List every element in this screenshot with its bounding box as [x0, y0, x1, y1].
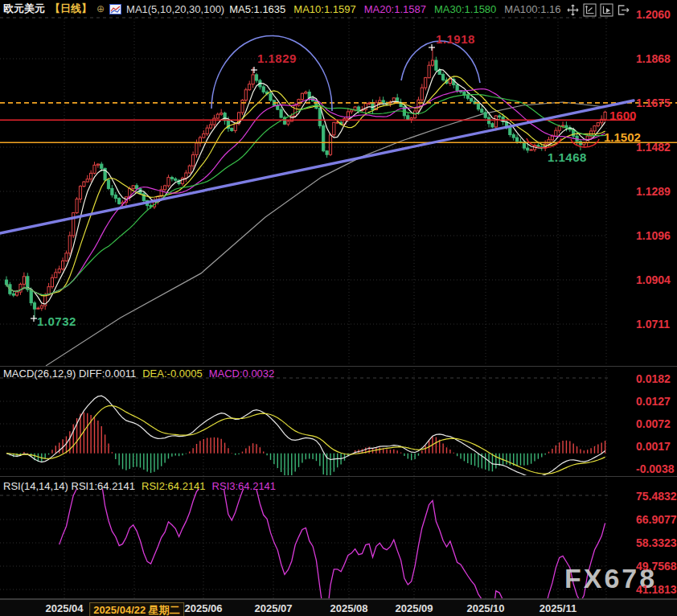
- axis-tick-label: 1.1868: [636, 52, 677, 65]
- axis-tick-label: 41.1813: [636, 583, 677, 596]
- mini-chart-icon: [109, 4, 121, 14]
- rsi-line: [59, 472, 605, 616]
- axis-tick-label: 1.0711: [636, 318, 677, 331]
- date-label: 2025/08: [330, 602, 368, 614]
- axis-tick-label: 1.2060: [636, 8, 677, 21]
- date-label: 2025/07: [255, 602, 293, 614]
- ma-value-chip: MA30:1.1580: [434, 3, 496, 15]
- hline-price-label: 1.1502: [604, 130, 641, 144]
- circle-plus-icon[interactable]: ⊕: [96, 3, 105, 14]
- axis-tick-label: 1.1289: [636, 185, 677, 198]
- axis-tick-label: 49.7568: [636, 560, 677, 573]
- axis-tick-label: 0.0072: [636, 417, 677, 430]
- indicator-value-label: RSI(14,14,14) RSI1:64.2141: [3, 480, 135, 492]
- axis-tick-label: 0.0127: [636, 395, 677, 408]
- ma-value-chip: MA100:1.16: [504, 3, 560, 15]
- rsi-panel: [59, 472, 605, 616]
- chart-header: 欧元美元 【日线】 ⊕ MA1(5,10,20,30,100) MA5:1.16…: [3, 2, 568, 16]
- rsi-indicator-row: RSI(14,14,14) RSI1:64.2141RSI2:64.2141RS…: [3, 480, 282, 492]
- ma5-line: [6, 70, 605, 305]
- indicator-value-label: MACD:0.0032: [209, 368, 275, 380]
- date-label: 2025/06: [185, 602, 223, 614]
- axis-forward-icon[interactable]: [600, 3, 613, 17]
- price-annotation: 1.1918: [436, 32, 475, 46]
- axis-tick-label: 1.1675: [636, 97, 677, 109]
- main-panel: [5, 47, 606, 366]
- axis-tick-label: 1.1482: [636, 141, 677, 154]
- ma-settings-label: MA1(5,10,20,30,100): [126, 3, 224, 15]
- axis-scale-icon[interactable]: [583, 3, 597, 17]
- axis-tick-label: 58.3323: [636, 536, 677, 549]
- macd-indicator-row: MACD(26,12,9) DIFF:0.0011DEA:-0.0005MACD…: [3, 368, 281, 380]
- axis-tick-label: -0.0038: [636, 462, 677, 475]
- ma-values: MA5:1.1635MA10:1.1597MA20:1.1587MA30:1.1…: [229, 3, 568, 15]
- chart-toolbar: [566, 3, 630, 17]
- date-label: 2025/11: [540, 602, 576, 614]
- symbol-name: 欧元美元: [3, 2, 45, 16]
- axis-tick-label: 0.0017: [636, 440, 677, 453]
- candles: [5, 47, 606, 320]
- indicator-value-label: RSI2:64.2141: [142, 480, 206, 492]
- drawings-layer: [0, 36, 634, 322]
- price-annotation: 1.1468: [548, 150, 587, 164]
- period-label[interactable]: 【日线】: [50, 2, 92, 16]
- price-annotation: 1.0732: [37, 314, 76, 328]
- indicator-value-label: MACD(26,12,9) DIFF:0.0011: [3, 368, 136, 380]
- axis-tick-label: 1.0904: [636, 273, 677, 286]
- date-label: 2025/09: [396, 602, 433, 614]
- exit-chart-icon[interactable]: [617, 3, 630, 17]
- date-label: 2025/04: [46, 602, 84, 614]
- axis-tick-label: 66.9077: [636, 513, 677, 526]
- macd-panel: [6, 396, 605, 479]
- ma10-line: [6, 76, 605, 296]
- date-axis: 2025/042025/04/22 星期二2025/062025/072025/…: [0, 599, 677, 616]
- axis-tick-label: 0.0182: [636, 372, 677, 385]
- axis-tick-label: 1.1096: [636, 229, 677, 242]
- price-annotation: 1.1829: [257, 51, 297, 65]
- indicator-value-label: RSI3:64.2141: [212, 480, 277, 492]
- date-label: 2025/10: [467, 602, 505, 614]
- indicator-value-label: DEA:-0.0005: [142, 368, 202, 380]
- hline-price-label: 1600: [609, 109, 636, 122]
- macd-dea-line: [6, 406, 605, 474]
- axis-tick-label: 75.4832: [636, 490, 677, 503]
- chart-canvas[interactable]: [0, 0, 677, 616]
- ma-value-chip: MA20:1.1587: [364, 3, 426, 15]
- selected-date-label: 2025/04/22 星期二: [89, 602, 184, 616]
- forex-chart-app: FX678 欧元美元 【日线】 ⊕ MA1(5,10,20,30,100) MA…: [0, 0, 677, 616]
- ma-value-chip: MA5:1.1635: [229, 3, 285, 15]
- ma-value-chip: MA10:1.1597: [293, 3, 355, 15]
- pan-crosshair-icon[interactable]: [566, 3, 580, 17]
